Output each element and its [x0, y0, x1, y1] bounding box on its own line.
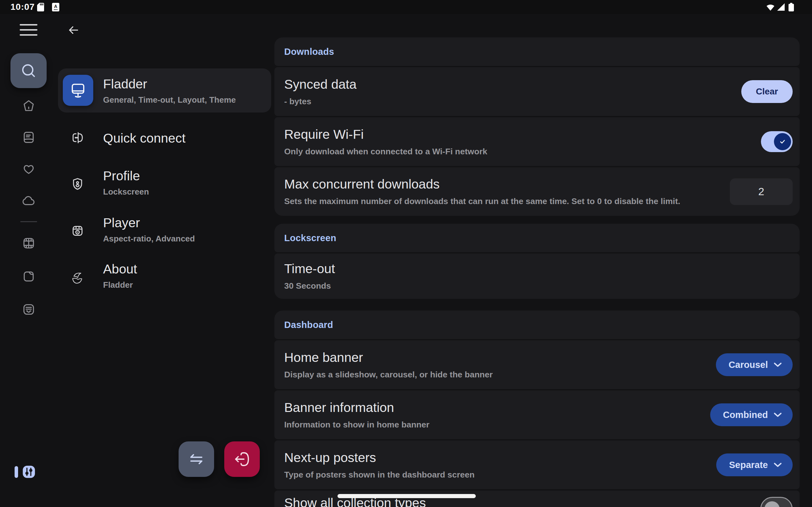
svg-text:A: A: [54, 4, 57, 9]
shield-account-icon: [70, 177, 85, 191]
row-subtitle: Display as a slideshow, carousel, or hid…: [284, 370, 706, 380]
rail-divider: [20, 221, 37, 222]
dropdown-value: Carousel: [728, 360, 768, 370]
menu-item-subtitle: Lockscreen: [103, 187, 149, 197]
hamburger-menu-icon[interactable]: [20, 24, 38, 36]
wifi-icon: [766, 3, 775, 11]
row-title: Time-out: [284, 262, 783, 276]
toggle-thumb: [764, 501, 780, 507]
row-synced-data[interactable]: Synced data - bytes Clear: [274, 67, 800, 116]
section-header-label: Lockscreen: [284, 233, 336, 243]
row-home-banner[interactable]: Home banner Display as a slideshow, caro…: [274, 340, 800, 389]
menu-item-fladder[interactable]: Fladder General, Time-out, Layout, Theme: [58, 68, 271, 112]
row-subtitle: - bytes: [284, 97, 732, 107]
rail-item-subscriptions[interactable]: [21, 302, 36, 317]
row-max-concurrent-downloads[interactable]: Max concurrent downloads Sets the maximu…: [274, 167, 800, 216]
chevron-down-icon: [774, 462, 782, 467]
row-title: Next-up posters: [284, 450, 707, 465]
quick-connect-icon: [70, 130, 85, 145]
rail-item-search[interactable]: [10, 53, 47, 88]
row-title: Synced data: [284, 77, 732, 92]
menu-item-subtitle: Fladder: [103, 280, 133, 290]
max-downloads-input[interactable]: 2: [730, 178, 793, 205]
row-subtitle: Type of posters shown in the dashboard s…: [284, 470, 707, 480]
rail-item-home[interactable]: [21, 99, 36, 113]
banner-information-dropdown[interactable]: Combined: [710, 403, 793, 426]
logout-button[interactable]: [224, 441, 260, 477]
fladder-display-icon: [63, 75, 93, 106]
require-wifi-toggle[interactable]: [761, 131, 793, 152]
chevron-down-icon: [774, 412, 782, 417]
app-window: 10:07 A: [0, 0, 812, 507]
row-next-up-posters[interactable]: Next-up posters Type of posters shown in…: [274, 441, 800, 489]
menu-item-profile[interactable]: Profile Lockscreen: [58, 162, 271, 206]
menu-item-title: About: [103, 262, 137, 277]
row-require-wifi[interactable]: Require Wi-Fi Only download when connect…: [274, 117, 800, 166]
fladder-logo-icon: [69, 269, 86, 286]
logout-icon: [232, 449, 252, 469]
rail-item-library[interactable]: [21, 130, 36, 145]
menu-item-title: Fladder: [103, 77, 147, 92]
row-subtitle: Information to show in home banner: [284, 420, 701, 430]
rail-item-folders[interactable]: [21, 269, 36, 284]
settings-content: Downloads Synced data - bytes Clear Requ…: [274, 14, 800, 507]
checkmark-icon: [778, 137, 787, 147]
toggle-thumb: [774, 133, 791, 150]
menu-item-player[interactable]: Player Aspect-ratio, Advanced: [58, 209, 271, 253]
status-bar: 10:07 A: [0, 0, 812, 14]
gesture-navigation-pill[interactable]: [338, 494, 476, 498]
menu-item-title: Player: [103, 216, 140, 230]
sd-card-icon: [37, 3, 44, 11]
show-all-collection-types-toggle[interactable]: [760, 497, 793, 507]
section-header-label: Downloads: [284, 47, 334, 57]
clock: 10:07: [10, 2, 35, 12]
navigation-rail: [0, 14, 57, 507]
row-subtitle: 30 Seconds: [284, 281, 783, 291]
menu-item-subtitle: General, Time-out, Layout, Theme: [103, 95, 236, 105]
row-title: Home banner: [284, 350, 706, 365]
section-header-downloads: Downloads: [274, 38, 800, 66]
menu-item-title: Profile: [103, 169, 140, 183]
menu-item-title: Quick connect: [103, 131, 186, 146]
rail-item-videos[interactable]: [21, 236, 36, 250]
dropdown-value: Combined: [723, 410, 768, 420]
cellular-signal-icon: [777, 3, 785, 11]
section-header-label: Dashboard: [284, 320, 333, 330]
rail-item-cloud-sync[interactable]: [21, 193, 36, 208]
clear-button[interactable]: Clear: [741, 80, 793, 103]
settings-menu: Fladder General, Time-out, Layout, Theme…: [58, 14, 271, 507]
row-show-all-collection-types[interactable]: Show all collection types: [274, 491, 800, 507]
row-subtitle: Only download when connected to a Wi-Fi …: [284, 147, 751, 157]
swap-arrows-icon: [187, 449, 206, 469]
section-header-dashboard: Dashboard: [274, 311, 800, 339]
search-icon: [19, 61, 38, 80]
back-arrow-icon[interactable]: [67, 24, 80, 36]
section-header-lockscreen: Lockscreen: [274, 224, 800, 252]
dropdown-value: Separate: [729, 460, 768, 470]
menu-item-about[interactable]: About Fladder: [58, 255, 271, 299]
next-up-posters-dropdown[interactable]: Separate: [716, 453, 793, 476]
battery-icon: [789, 3, 794, 11]
row-banner-information[interactable]: Banner information Information to show i…: [274, 390, 800, 439]
row-title: Max concurrent downloads: [284, 177, 720, 192]
home-banner-dropdown[interactable]: Carousel: [716, 353, 793, 376]
chevron-down-icon: [774, 362, 782, 367]
menu-item-quick-connect[interactable]: Quick connect: [58, 115, 271, 160]
player-icon: [70, 224, 85, 238]
letter-a-app-icon: A: [52, 3, 59, 11]
switch-server-button[interactable]: [179, 441, 214, 477]
rail-item-settings[interactable]: [21, 464, 36, 479]
row-title: Require Wi-Fi: [284, 127, 751, 142]
row-title: Banner information: [284, 400, 701, 415]
row-timeout[interactable]: Time-out 30 Seconds: [274, 253, 800, 299]
menu-item-subtitle: Aspect-ratio, Advanced: [103, 234, 195, 244]
rail-selected-indicator: [14, 466, 18, 478]
row-subtitle: Sets the maximum number of downloads tha…: [284, 196, 720, 206]
rail-item-favorites[interactable]: [21, 162, 36, 176]
